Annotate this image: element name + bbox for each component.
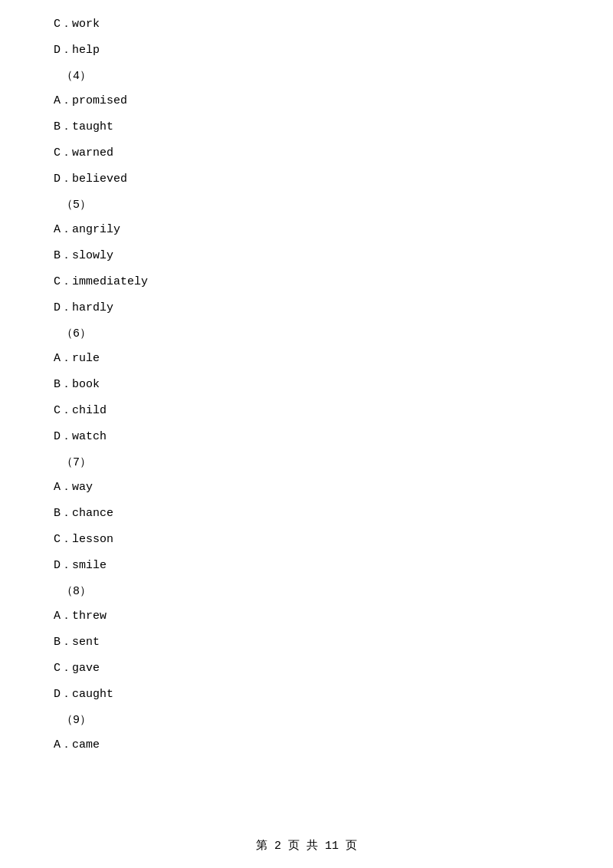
- option-item: C．immediately: [54, 273, 559, 291]
- option-item: D．help: [54, 41, 559, 60]
- option-item: C．work: [54, 15, 559, 34]
- option-item: D．caught: [54, 686, 559, 704]
- option-item: C．child: [54, 402, 559, 420]
- option-item: A．angrily: [54, 221, 559, 239]
- option-item: B．book: [54, 376, 559, 394]
- question-number: （9）: [54, 712, 559, 730]
- option-item: A．came: [54, 736, 559, 755]
- option-item: B．chance: [54, 505, 559, 523]
- option-item: A．way: [54, 478, 559, 497]
- option-item: D．hardly: [54, 299, 559, 317]
- option-item: D．smile: [54, 557, 559, 575]
- option-item: B．sent: [54, 633, 559, 652]
- option-item: C．gave: [54, 659, 559, 678]
- option-item: D．believed: [54, 170, 559, 189]
- question-number: （4）: [54, 67, 559, 86]
- question-number: （7）: [54, 454, 559, 472]
- page-footer: 第 2 页 共 11 页: [0, 838, 613, 853]
- option-item: B．taught: [54, 118, 559, 136]
- option-item: A．threw: [54, 607, 559, 626]
- option-item: A．promised: [54, 92, 559, 110]
- main-content: C．workD．help（4）A．promisedB．taughtC．warne…: [0, 0, 613, 808]
- option-item: A．rule: [54, 350, 559, 368]
- option-item: C．lesson: [54, 531, 559, 549]
- option-item: D．watch: [54, 428, 559, 446]
- question-number: （5）: [54, 196, 559, 215]
- option-item: B．slowly: [54, 247, 559, 265]
- question-number: （6）: [54, 325, 559, 344]
- option-item: C．warned: [54, 144, 559, 163]
- question-number: （8）: [54, 583, 559, 601]
